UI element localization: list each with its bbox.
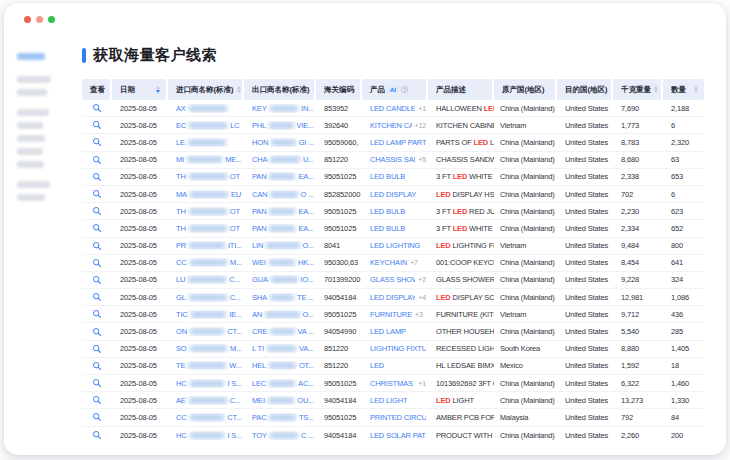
cell-importer[interactable]: HC I S...: [168, 431, 244, 440]
sidebar-item-redacted[interactable]: [17, 109, 49, 116]
cell-exporter[interactable]: LEC AC...: [244, 379, 316, 388]
search-icon[interactable]: [92, 241, 102, 251]
cell-importer[interactable]: MA EU: [168, 190, 244, 199]
cell-exporter[interactable]: CAN O ...: [244, 190, 316, 199]
cell-importer[interactable]: TIC IE...: [168, 310, 244, 319]
cell-exporter[interactable]: PAN EA...: [244, 172, 316, 181]
search-icon[interactable]: [92, 155, 102, 165]
info-circle-icon[interactable]: ?: [401, 86, 408, 93]
cell-importer[interactable]: CC M...: [168, 258, 244, 267]
cell-exporter[interactable]: TOY C ...: [244, 431, 316, 440]
table-row[interactable]: 2025-08-05 TH OT PAN EA... 95051025 LED …: [82, 220, 704, 237]
cell-importer[interactable]: PR ITI...: [168, 241, 244, 250]
sort-icon[interactable]: [237, 86, 241, 93]
cell-importer[interactable]: CC CT...: [168, 413, 244, 422]
cell-exporter[interactable]: HEL OT...: [244, 361, 316, 370]
table-row[interactable]: 2025-08-05 GL C... SHA TE ... 94054184 L…: [82, 289, 704, 306]
sidebar-item-redacted[interactable]: [17, 161, 44, 168]
column-header-importer[interactable]: 进口商名称(标准): [168, 79, 244, 100]
sidebar-item-redacted[interactable]: [17, 135, 45, 142]
cell-importer[interactable]: SO M...: [168, 344, 244, 353]
cell-product[interactable]: LED DISPLAY: [362, 190, 428, 199]
sidebar-item-redacted[interactable]: [17, 194, 45, 201]
sort-icon[interactable]: [694, 86, 698, 93]
cell-product[interactable]: CHASSIS SAND +5: [362, 155, 428, 164]
table-row[interactable]: 2025-08-05 LU C... GUA IO... 701399200 G…: [82, 272, 704, 289]
cell-importer[interactable]: LU C...: [168, 275, 244, 284]
table-row[interactable]: 2025-08-05 HC I S... TOY C ... 94054184 …: [82, 427, 704, 444]
table-row[interactable]: 2025-08-05 CC CT... PAC TS... 95051025 P…: [82, 409, 704, 426]
cell-importer[interactable]: AX: [168, 104, 244, 113]
table-row[interactable]: 2025-08-05 ON CT... CRE VA ... 94054990 …: [82, 323, 704, 340]
search-icon[interactable]: [92, 137, 102, 147]
cell-product[interactable]: KEYCHAIN +7: [362, 258, 428, 267]
cell-product[interactable]: LED BULB: [362, 172, 428, 181]
cell-product[interactable]: LED LIGHT: [362, 396, 428, 405]
sidebar-item-redacted[interactable]: [17, 89, 47, 96]
table-row[interactable]: 2025-08-05 HC I S... LEC AC... 95051025 …: [82, 375, 704, 392]
cell-exporter[interactable]: L TI VA...: [244, 344, 316, 353]
table-row[interactable]: 2025-08-05 TE W... HEL OT... 851220 LED …: [82, 358, 704, 375]
search-icon[interactable]: [92, 258, 102, 268]
table-row[interactable]: 2025-08-05 TH OT PAN EA... 95051025 LED …: [82, 169, 704, 186]
table-row[interactable]: 2025-08-05 TH OT PAN EA... 95051025 LED …: [82, 203, 704, 220]
cell-importer[interactable]: AE C...: [168, 396, 244, 405]
table-row[interactable]: 2025-08-05 SO M... L TI VA... 851220 LIG…: [82, 341, 704, 358]
table-row[interactable]: 2025-08-05 MI ME... CHA U... 851220 CHAS…: [82, 152, 704, 169]
cell-exporter[interactable]: CRE VA ...: [244, 327, 316, 336]
cell-exporter[interactable]: PAN EA...: [244, 224, 316, 233]
search-icon[interactable]: [92, 172, 102, 182]
table-row[interactable]: 2025-08-05 LE HON GI ... 95059060, LED L…: [82, 134, 704, 151]
table-row[interactable]: 2025-08-05 TIC IE... AN O... 95051025 FU…: [82, 306, 704, 323]
column-header-exporter[interactable]: 出口商名称(标准): [244, 79, 316, 100]
column-header-weight[interactable]: 千克重量: [613, 79, 663, 100]
cell-importer[interactable]: TH OT: [168, 172, 244, 181]
cell-product[interactable]: LED SOLAR PATHW: [362, 431, 428, 440]
cell-importer[interactable]: GL C...: [168, 293, 244, 302]
cell-importer[interactable]: MI ME...: [168, 155, 244, 164]
cell-exporter[interactable]: HON GI ...: [244, 138, 316, 147]
cell-exporter[interactable]: PAN EA...: [244, 207, 316, 216]
cell-product[interactable]: LED LAMP PART: [362, 138, 428, 147]
sidebar-item-active-redacted[interactable]: [17, 53, 45, 60]
search-icon[interactable]: [92, 395, 102, 405]
cell-product[interactable]: LED BULB: [362, 224, 428, 233]
cell-exporter[interactable]: WEI HK...: [244, 258, 316, 267]
cell-importer[interactable]: HC I S...: [168, 379, 244, 388]
search-icon[interactable]: [92, 361, 102, 371]
sort-icon[interactable]: [156, 86, 160, 93]
cell-product[interactable]: LED CANDLE +1: [362, 104, 428, 113]
cell-exporter[interactable]: PHL VIE...: [244, 121, 316, 130]
table-row[interactable]: 2025-08-05 PR ITI... LIN O... 8041 LED L…: [82, 238, 704, 255]
cell-product[interactable]: LED: [362, 361, 428, 370]
cell-exporter[interactable]: PAC TS...: [244, 413, 316, 422]
cell-product[interactable]: PRINTED CIRCUIT B: [362, 413, 428, 422]
cell-importer[interactable]: LE: [168, 138, 244, 147]
cell-product[interactable]: FURNITURE +3: [362, 310, 428, 319]
search-icon[interactable]: [92, 378, 102, 388]
sidebar-item-redacted[interactable]: [17, 181, 50, 188]
cell-product[interactable]: CHRISTMAS DE +1: [362, 379, 428, 388]
column-header-quantity[interactable]: 数量: [663, 79, 704, 100]
search-icon[interactable]: [92, 344, 102, 354]
cell-importer[interactable]: ON CT...: [168, 327, 244, 336]
cell-importer[interactable]: EC LC: [168, 121, 244, 130]
search-icon[interactable]: [92, 309, 102, 319]
search-icon[interactable]: [92, 206, 102, 216]
search-icon[interactable]: [92, 103, 102, 113]
table-row[interactable]: 2025-08-05 AX KEY IN... 853952 LED CANDL…: [82, 100, 704, 117]
sidebar-item-redacted[interactable]: [17, 76, 51, 83]
sort-icon[interactable]: [654, 86, 658, 93]
table-row[interactable]: 2025-08-05 MA EU CAN O ... 852852000 LED…: [82, 186, 704, 203]
search-icon[interactable]: [92, 327, 102, 337]
cell-importer[interactable]: TH OT: [168, 207, 244, 216]
search-icon[interactable]: [92, 292, 102, 302]
cell-product[interactable]: LED LIGHTING: [362, 241, 428, 250]
column-header-date[interactable]: 日期: [112, 79, 168, 100]
cell-product[interactable]: LIGHTING FIXTURE: [362, 344, 428, 353]
cell-product[interactable]: GLASS SHOWE +2: [362, 275, 428, 284]
cell-importer[interactable]: TH OT: [168, 224, 244, 233]
cell-importer[interactable]: TE W...: [168, 361, 244, 370]
search-icon[interactable]: [92, 189, 102, 199]
cell-exporter[interactable]: SHA TE ...: [244, 293, 316, 302]
